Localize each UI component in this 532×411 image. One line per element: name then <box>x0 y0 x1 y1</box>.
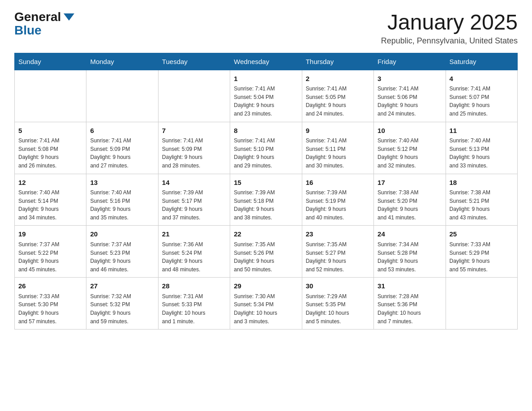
day-info: Sunrise: 7:33 AM Sunset: 5:30 PM Dayligh… <box>18 292 82 325</box>
day-info: Sunrise: 7:41 AM Sunset: 5:09 PM Dayligh… <box>162 137 226 170</box>
calendar-day-cell: 15Sunrise: 7:39 AM Sunset: 5:18 PM Dayli… <box>230 174 302 226</box>
day-number: 30 <box>306 281 370 291</box>
day-number: 27 <box>90 281 154 291</box>
calendar-day-cell: 10Sunrise: 7:40 AM Sunset: 5:12 PM Dayli… <box>374 122 446 174</box>
calendar-day-cell: 30Sunrise: 7:29 AM Sunset: 5:35 PM Dayli… <box>302 278 373 330</box>
day-number: 21 <box>162 229 226 240</box>
day-info: Sunrise: 7:41 AM Sunset: 5:05 PM Dayligh… <box>306 85 370 118</box>
day-info: Sunrise: 7:31 AM Sunset: 5:33 PM Dayligh… <box>162 292 226 325</box>
calendar-day-header: Saturday <box>446 53 517 70</box>
calendar-day-cell: 25Sunrise: 7:33 AM Sunset: 5:29 PM Dayli… <box>446 226 517 278</box>
day-info: Sunrise: 7:39 AM Sunset: 5:17 PM Dayligh… <box>162 188 226 222</box>
calendar-day-header: Sunday <box>15 53 86 70</box>
day-number: 6 <box>90 126 154 136</box>
calendar-day-header: Tuesday <box>158 53 230 70</box>
day-number: 29 <box>234 281 298 291</box>
day-number: 31 <box>378 281 442 291</box>
day-info: Sunrise: 7:40 AM Sunset: 5:13 PM Dayligh… <box>450 137 514 170</box>
calendar-header-row: SundayMondayTuesdayWednesdayThursdayFrid… <box>15 53 518 70</box>
day-number: 11 <box>450 126 514 136</box>
calendar-day-cell: 18Sunrise: 7:38 AM Sunset: 5:21 PM Dayli… <box>446 174 517 226</box>
calendar-day-cell: 3Sunrise: 7:41 AM Sunset: 5:06 PM Daylig… <box>374 70 446 122</box>
day-info: Sunrise: 7:39 AM Sunset: 5:18 PM Dayligh… <box>234 188 298 222</box>
calendar-week-row: 5Sunrise: 7:41 AM Sunset: 5:08 PM Daylig… <box>15 122 518 174</box>
day-number: 13 <box>90 178 154 188</box>
day-number: 19 <box>18 229 82 240</box>
day-number: 17 <box>378 178 442 188</box>
day-info: Sunrise: 7:41 AM Sunset: 5:10 PM Dayligh… <box>234 137 298 170</box>
day-info: Sunrise: 7:35 AM Sunset: 5:26 PM Dayligh… <box>234 240 298 274</box>
calendar-day-cell: 12Sunrise: 7:40 AM Sunset: 5:14 PM Dayli… <box>15 174 86 226</box>
day-number: 18 <box>450 178 514 188</box>
calendar-day-cell: 22Sunrise: 7:35 AM Sunset: 5:26 PM Dayli… <box>230 226 302 278</box>
day-number: 12 <box>18 178 82 188</box>
calendar-day-cell: 21Sunrise: 7:36 AM Sunset: 5:24 PM Dayli… <box>158 226 230 278</box>
page-title: January 2025 <box>381 11 518 34</box>
day-number: 1 <box>234 74 298 84</box>
day-info: Sunrise: 7:40 AM Sunset: 5:16 PM Dayligh… <box>90 188 154 222</box>
calendar-day-cell: 27Sunrise: 7:32 AM Sunset: 5:32 PM Dayli… <box>86 278 158 330</box>
day-number: 15 <box>234 178 298 188</box>
day-number: 16 <box>306 178 370 188</box>
calendar-day-cell <box>158 70 230 122</box>
calendar-day-cell: 20Sunrise: 7:37 AM Sunset: 5:23 PM Dayli… <box>86 226 158 278</box>
logo-arrow-icon <box>64 13 74 21</box>
day-number: 2 <box>306 74 370 84</box>
calendar-day-cell: 24Sunrise: 7:34 AM Sunset: 5:28 PM Dayli… <box>374 226 446 278</box>
day-info: Sunrise: 7:41 AM Sunset: 5:06 PM Dayligh… <box>378 85 442 118</box>
calendar-day-cell <box>15 70 86 122</box>
calendar-day-cell: 7Sunrise: 7:41 AM Sunset: 5:09 PM Daylig… <box>158 122 230 174</box>
calendar-day-header: Friday <box>374 53 446 70</box>
calendar-day-cell: 23Sunrise: 7:35 AM Sunset: 5:27 PM Dayli… <box>302 226 373 278</box>
calendar-day-cell: 2Sunrise: 7:41 AM Sunset: 5:05 PM Daylig… <box>302 70 373 122</box>
day-info: Sunrise: 7:36 AM Sunset: 5:24 PM Dayligh… <box>162 240 226 274</box>
calendar-day-cell: 16Sunrise: 7:39 AM Sunset: 5:19 PM Dayli… <box>302 174 373 226</box>
day-number: 4 <box>450 74 514 84</box>
day-number: 23 <box>306 229 370 240</box>
page-header: General Blue January 2025 Republic, Penn… <box>14 11 518 46</box>
day-info: Sunrise: 7:40 AM Sunset: 5:12 PM Dayligh… <box>378 137 442 170</box>
calendar-day-cell <box>86 70 158 122</box>
calendar-day-header: Thursday <box>302 53 373 70</box>
calendar-day-cell: 26Sunrise: 7:33 AM Sunset: 5:30 PM Dayli… <box>15 278 86 330</box>
day-number: 8 <box>234 126 298 136</box>
calendar-day-cell: 1Sunrise: 7:41 AM Sunset: 5:04 PM Daylig… <box>230 70 302 122</box>
title-section: January 2025 Republic, Pennsylvania, Uni… <box>381 11 518 46</box>
calendar-day-header: Monday <box>86 53 158 70</box>
day-number: 25 <box>450 229 514 240</box>
logo-general-text: General <box>14 11 74 23</box>
calendar-day-cell: 4Sunrise: 7:41 AM Sunset: 5:07 PM Daylig… <box>446 70 517 122</box>
day-number: 3 <box>378 74 442 84</box>
calendar-day-cell <box>446 278 517 330</box>
day-info: Sunrise: 7:32 AM Sunset: 5:32 PM Dayligh… <box>90 292 154 325</box>
day-info: Sunrise: 7:39 AM Sunset: 5:19 PM Dayligh… <box>306 188 370 222</box>
calendar-day-cell: 5Sunrise: 7:41 AM Sunset: 5:08 PM Daylig… <box>15 122 86 174</box>
calendar-week-row: 12Sunrise: 7:40 AM Sunset: 5:14 PM Dayli… <box>15 174 518 226</box>
day-info: Sunrise: 7:40 AM Sunset: 5:14 PM Dayligh… <box>18 188 82 222</box>
day-number: 26 <box>18 281 82 291</box>
day-info: Sunrise: 7:37 AM Sunset: 5:22 PM Dayligh… <box>18 240 82 274</box>
day-number: 14 <box>162 178 226 188</box>
calendar-day-cell: 11Sunrise: 7:40 AM Sunset: 5:13 PM Dayli… <box>446 122 517 174</box>
calendar-day-cell: 6Sunrise: 7:41 AM Sunset: 5:09 PM Daylig… <box>86 122 158 174</box>
day-number: 10 <box>378 126 442 136</box>
calendar-week-row: 1Sunrise: 7:41 AM Sunset: 5:04 PM Daylig… <box>15 70 518 122</box>
day-info: Sunrise: 7:41 AM Sunset: 5:09 PM Dayligh… <box>90 137 154 170</box>
calendar-day-cell: 28Sunrise: 7:31 AM Sunset: 5:33 PM Dayli… <box>158 278 230 330</box>
day-number: 24 <box>378 229 442 240</box>
calendar-week-row: 26Sunrise: 7:33 AM Sunset: 5:30 PM Dayli… <box>15 278 518 330</box>
calendar-day-cell: 17Sunrise: 7:38 AM Sunset: 5:20 PM Dayli… <box>374 174 446 226</box>
day-number: 20 <box>90 229 154 240</box>
day-info: Sunrise: 7:41 AM Sunset: 5:04 PM Dayligh… <box>234 85 298 118</box>
calendar-day-cell: 29Sunrise: 7:30 AM Sunset: 5:34 PM Dayli… <box>230 278 302 330</box>
calendar-week-row: 19Sunrise: 7:37 AM Sunset: 5:22 PM Dayli… <box>15 226 518 278</box>
day-info: Sunrise: 7:41 AM Sunset: 5:11 PM Dayligh… <box>306 137 370 170</box>
day-info: Sunrise: 7:41 AM Sunset: 5:08 PM Dayligh… <box>18 137 82 170</box>
calendar-day-cell: 31Sunrise: 7:28 AM Sunset: 5:36 PM Dayli… <box>374 278 446 330</box>
calendar-day-cell: 19Sunrise: 7:37 AM Sunset: 5:22 PM Dayli… <box>15 226 86 278</box>
day-info: Sunrise: 7:35 AM Sunset: 5:27 PM Dayligh… <box>306 240 370 274</box>
day-number: 7 <box>162 126 226 136</box>
day-info: Sunrise: 7:34 AM Sunset: 5:28 PM Dayligh… <box>378 240 442 274</box>
calendar-day-cell: 14Sunrise: 7:39 AM Sunset: 5:17 PM Dayli… <box>158 174 230 226</box>
day-number: 28 <box>162 281 226 291</box>
